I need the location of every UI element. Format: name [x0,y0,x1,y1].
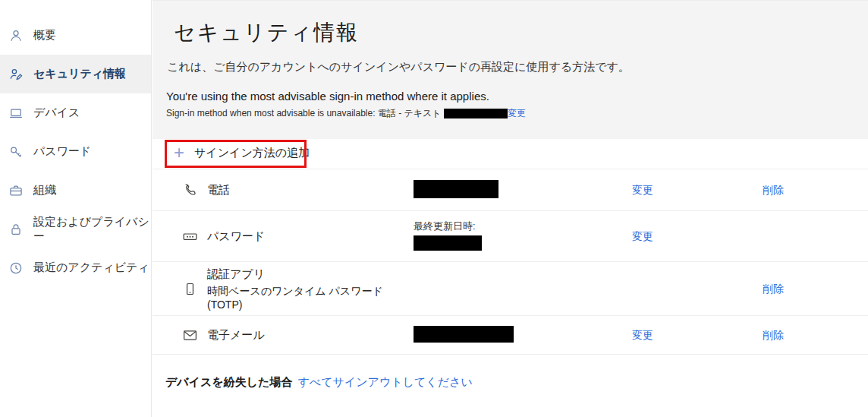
table-row-email: 電子メール 変更 削除 [153,315,868,354]
sidebar-item-label: セキュリティ情報 [33,67,126,81]
method-name: 電話 [207,183,230,197]
sidebar-item-label: 設定およびプライバシー [33,215,151,244]
sidebar-item-organizations[interactable]: 組織 [0,171,151,210]
method-subtitle: 時間ベースのワンタイム パスワード (TOTP) [207,285,414,311]
method-change-cell: 変更 [632,328,763,343]
method-name-cell: 電子メール [182,327,414,343]
method-name: パスワード [207,229,265,244]
redacted-phone-number [414,180,498,198]
sidebar-item-label: 組織 [33,183,56,197]
add-method-label: サインイン方法の追加 [194,146,310,160]
redacted-last-updated-value [414,235,482,251]
method-delete-cell: 削除 [763,282,868,296]
sidebar-item-label: 概要 [33,28,56,43]
method-delete-cell: 削除 [763,328,868,343]
main-content: セキュリティ情報 これは、ご自分のアカウントへのサインインやパスワードの再設定に… [153,0,868,417]
method-change-cell: 変更 [632,183,763,197]
page-title: セキュリティ情報 [174,18,868,47]
change-link[interactable]: 変更 [632,329,653,341]
security-info-icon [8,67,24,82]
method-change-cell: 変更 [632,229,763,244]
method-name: 認証アプリ [207,267,414,282]
email-icon [182,327,198,343]
last-updated-label: 最終更新日時: [414,220,632,233]
lock-icon [8,222,24,237]
add-method-section: + サインイン方法の追加 [153,139,868,169]
sidebar: 概要 セキュリティ情報 デバイス パスワード [0,0,152,417]
delete-link[interactable]: 削除 [763,283,784,295]
page-description: これは、ご自分のアカウントへのサインインやパスワードの再設定に使用する方法です。 [167,60,868,74]
signin-methods-table: 電話 変更 削除 [153,169,868,355]
add-signin-method-button[interactable]: + サインイン方法の追加 [174,145,310,160]
method-detail-cell [414,180,632,201]
redacted-default-method-value [444,109,508,118]
plus-icon: + [174,145,184,160]
advisable-method-text: You're using the most advisable sign-in … [166,90,868,103]
mobile-icon [182,281,198,297]
signout-all-link[interactable]: すべてサインアウトしてください [297,375,472,388]
default-signin-method-line: Sign-in method when most advisable is un… [166,107,868,120]
lost-device-label: デバイスを紛失した場合 [165,375,292,388]
change-link[interactable]: 変更 [632,184,653,196]
method-name-cell: 電話 [182,182,414,198]
clock-icon [8,261,24,276]
phone-icon [182,182,198,198]
method-name: 電子メール [207,328,265,343]
password-icon [182,229,198,245]
method-detail-cell: 最終更新日時: [414,220,632,253]
person-icon [8,28,24,43]
method-name-cell: パスワード [182,229,414,245]
method-name-lines: 認証アプリ 時間ベースのワンタイム パスワード (TOTP) [207,267,414,311]
change-link[interactable]: 変更 [632,230,653,242]
sidebar-item-recent-activity[interactable]: 最近のアクティビティ [0,248,151,287]
default-method-change-link[interactable]: 変更 [508,108,526,118]
sidebar-item-label: デバイス [33,106,80,120]
delete-link[interactable]: 削除 [763,329,784,341]
method-name-cell: 認証アプリ 時間ベースのワンタイム パスワード (TOTP) [182,267,414,311]
briefcase-icon [8,183,24,198]
sidebar-item-label: パスワード [33,144,91,159]
laptop-icon [8,106,24,121]
table-row-phone: 電話 変更 削除 [153,169,868,210]
security-info-header: セキュリティ情報 これは、ご自分のアカウントへのサインインやパスワードの再設定に… [153,0,868,139]
sidebar-item-devices[interactable]: デバイス [0,93,151,132]
method-detail-cell [414,326,632,345]
sidebar-item-password[interactable]: パスワード [0,132,151,171]
key-icon [8,144,24,160]
sidebar-item-settings-privacy[interactable]: 設定およびプライバシー [0,210,151,248]
default-method-prefix: Sign-in method when most advisable is un… [166,108,442,118]
delete-link[interactable]: 削除 [763,184,784,196]
sidebar-item-overview[interactable]: 概要 [0,16,151,55]
redacted-email-address [414,326,514,343]
lost-device-footer: デバイスを紛失した場合すべてサインアウトしてください [153,355,868,390]
sidebar-item-security-info[interactable]: セキュリティ情報 [0,55,151,93]
table-row-password: パスワード 最終更新日時: 変更 [153,210,868,261]
table-row-authenticator: 認証アプリ 時間ベースのワンタイム パスワード (TOTP) 削除 [153,261,868,315]
sidebar-item-label: 最近のアクティビティ [33,261,149,275]
method-delete-cell: 削除 [763,183,868,197]
